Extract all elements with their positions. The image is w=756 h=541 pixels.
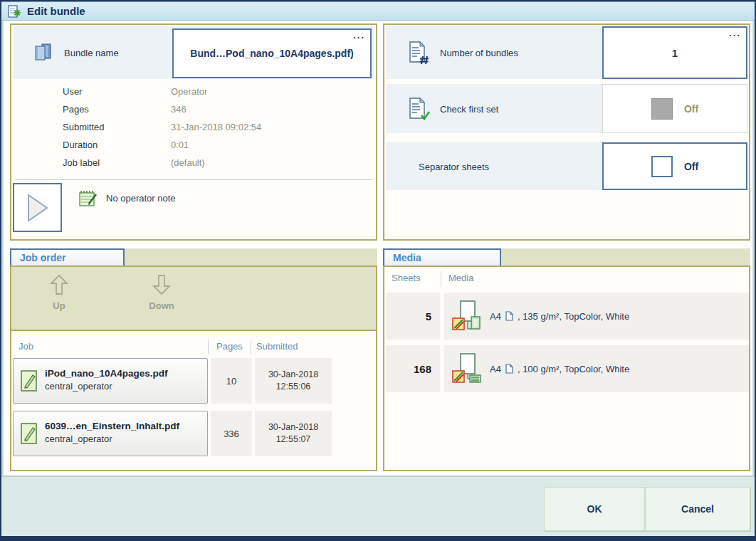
tab-label: Media	[393, 252, 421, 263]
separator-sheets-row: Separator sheets Off	[386, 142, 747, 190]
media-sheets-count: 168	[386, 345, 440, 392]
column-divider	[251, 340, 251, 354]
media-description-cell: A4 , 100 g/m², TopColor, White	[444, 345, 749, 392]
media-tabbar: Media	[383, 248, 750, 266]
submitted-date: 30-Jan-2018	[268, 369, 318, 381]
submitted-date: 30-Jan-2018	[268, 421, 318, 434]
media-details: , 100 g/m², TopColor, White	[518, 364, 629, 374]
bundle-icon	[33, 42, 54, 63]
number-of-bundles-field[interactable]: ... 1	[602, 26, 747, 79]
media-details: , 135 g/m², TopColor, White	[518, 311, 629, 322]
list-item: 168 A4	[386, 345, 749, 392]
operator-note-icon	[78, 189, 98, 208]
info-label: Pages	[63, 104, 171, 115]
info-value: 31-Jan-2018 09:02:54	[171, 122, 261, 132]
move-down-label: Down	[149, 300, 174, 311]
info-label: Duration	[63, 140, 171, 150]
check-first-set-icon	[407, 97, 430, 121]
info-value: 346	[171, 104, 187, 115]
field-overflow-dots: ...	[353, 30, 365, 41]
move-up-label: Up	[53, 300, 65, 311]
number-of-bundles-row: Number of bundles ... 1	[386, 26, 747, 79]
media-description-cell: A4 , 135 g/m², TopColor, White	[444, 293, 749, 340]
info-value: (default)	[171, 157, 205, 168]
info-row-job-label: Job label(default)	[63, 157, 261, 175]
media-sheets-count: 5	[386, 293, 440, 340]
job-text: iPod_nano_10A4pages.pdf central_operator	[45, 368, 168, 392]
info-value: Operator	[171, 86, 207, 97]
footer-bar: OK Cancel	[1, 476, 755, 540]
edit-bundle-icon	[7, 4, 21, 19]
job-submitted-cell: 30-Jan-2018 12:55:06	[255, 358, 332, 404]
media-size: A4	[490, 311, 501, 322]
check-first-set-state: Off	[684, 103, 698, 115]
table-row: iPod_nano_10A4pages.pdf central_operator…	[13, 358, 332, 404]
job-name: iPod_nano_10A4pages.pdf	[45, 368, 168, 379]
info-row-pages: Pages346	[63, 104, 261, 122]
media-sheet-tray-icon	[451, 352, 481, 385]
column-header-submitted: Submitted	[256, 341, 298, 352]
job-submitted-cell: 30-Jan-2018 12:55:07	[255, 411, 332, 456]
field-overflow-dots: ...	[729, 28, 741, 38]
bundle-name-row: Bundle name ... Bund…Pod_nano_10A4pages.…	[13, 26, 374, 79]
a4-page-icon	[505, 311, 513, 321]
number-of-bundles-icon	[407, 41, 430, 65]
check-first-set-row: Check first set Off	[386, 84, 747, 133]
job-item-button[interactable]: 6039…en_Einstern_Inhalt.pdf central_oper…	[13, 411, 208, 456]
separator-sheets-toggle[interactable]: Off	[602, 142, 747, 190]
column-header-pages: Pages	[216, 341, 243, 352]
number-of-bundles-label: Number of bundles	[440, 48, 518, 58]
job-order-panel: Up Down Job Pages Submitted iPo	[10, 266, 377, 471]
title-bar: Edit bundle	[1, 1, 755, 21]
move-down-button[interactable]: Down	[122, 274, 201, 311]
info-label: Job label	[63, 157, 171, 168]
submitted-time: 12:55:07	[276, 434, 311, 446]
job-name: 6039…en_Einstern_Inhalt.pdf	[45, 421, 179, 431]
dialog-title: Edit bundle	[27, 5, 85, 17]
check-first-set-toggle[interactable]: Off	[602, 84, 747, 133]
info-value: 0:01	[171, 140, 189, 150]
tab-job-order[interactable]: Job order	[10, 248, 125, 266]
column-header-job: Job	[19, 341, 33, 352]
move-up-button[interactable]: Up	[20, 274, 98, 311]
bundle-name-value: Bund…Pod_nano_10A4pages.pdf)	[190, 48, 353, 59]
separator-sheets-state: Off	[684, 161, 698, 172]
separator-sheets-label: Separator sheets	[419, 161, 489, 172]
media-panel: Sheets Media 5 A4	[383, 266, 750, 471]
job-document-icon	[20, 369, 38, 392]
edit-bundle-dialog: Edit bundle Bundle name ... Bund…Pod_nan…	[0, 0, 756, 541]
info-row-duration: Duration0:01	[63, 140, 261, 157]
bundle-panel: Bundle name ... Bund…Pod_nano_10A4pages.…	[10, 23, 377, 241]
column-divider	[208, 340, 209, 354]
number-of-bundles-value: 1	[672, 47, 678, 59]
job-document-icon	[20, 422, 38, 445]
tab-label: Job order	[20, 252, 66, 263]
job-text: 6039…en_Einstern_Inhalt.pdf central_oper…	[45, 421, 179, 444]
job-owner: central_operator	[45, 434, 179, 444]
job-pages-cell: 336	[211, 411, 252, 456]
ok-button[interactable]: OK	[544, 487, 645, 531]
media-sheet-extra-icon	[451, 300, 481, 332]
info-label: User	[63, 86, 171, 97]
bundle-name-label: Bundle name	[64, 48, 119, 58]
tab-media[interactable]: Media	[383, 248, 501, 266]
info-label: Submitted	[63, 122, 171, 132]
cancel-button[interactable]: Cancel	[645, 487, 750, 531]
operator-note-row: No operator note	[78, 189, 176, 208]
submitted-time: 12:55:06	[276, 381, 311, 393]
info-row-submitted: Submitted31-Jan-2018 09:02:54	[63, 122, 261, 140]
play-button[interactable]	[13, 183, 62, 232]
toggle-square-disabled	[651, 98, 673, 120]
list-item: 5 A4 , 135 g/m², TopColor, Whit	[386, 293, 749, 340]
options-panel: Number of bundles ... 1 Check first set …	[383, 23, 750, 241]
down-arrow-icon	[152, 274, 171, 295]
a4-page-icon	[505, 364, 513, 374]
job-owner: central_operator	[45, 381, 168, 392]
operator-note-text: No operator note	[106, 193, 176, 204]
bundle-info-list: UserOperator Pages346 Submitted31-Jan-20…	[63, 86, 261, 175]
bundle-name-field[interactable]: ... Bund…Pod_nano_10A4pages.pdf)	[172, 28, 372, 78]
toggle-square	[651, 156, 673, 177]
play-icon	[26, 194, 50, 222]
job-reorder-toolbar: Up Down	[11, 267, 376, 331]
job-item-button[interactable]: iPod_nano_10A4pages.pdf central_operator	[13, 358, 208, 404]
